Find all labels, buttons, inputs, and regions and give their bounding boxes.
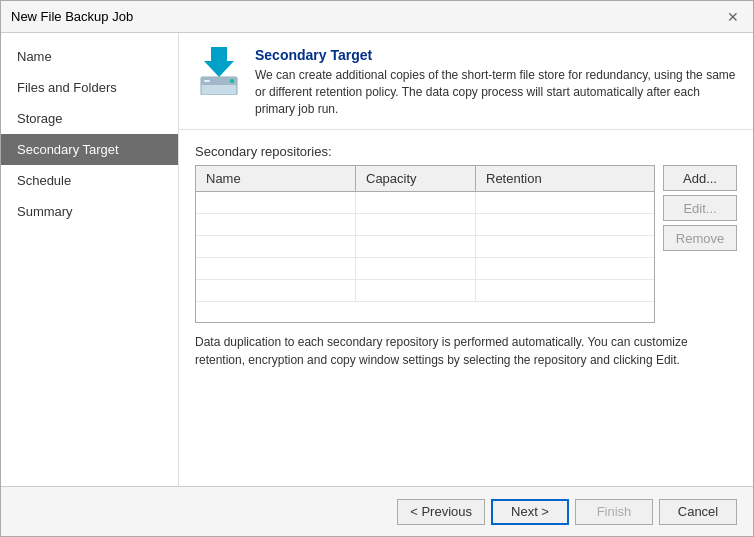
repositories-table: Name Capacity Retention — [195, 165, 655, 323]
table-row — [196, 192, 654, 214]
header-title: Secondary Target — [255, 47, 737, 63]
table-row — [196, 280, 654, 302]
sidebar-item-files-and-folders[interactable]: Files and Folders — [1, 72, 178, 103]
previous-button[interactable]: < Previous — [397, 499, 485, 525]
sidebar-item-storage[interactable]: Storage — [1, 103, 178, 134]
column-header-name: Name — [196, 166, 356, 191]
dialog-title: New File Backup Job — [11, 9, 133, 24]
icon-svg — [198, 47, 240, 95]
remove-button[interactable]: Remove — [663, 225, 737, 251]
section-label: Secondary repositories: — [195, 144, 737, 159]
column-header-retention: Retention — [476, 166, 654, 191]
finish-button[interactable]: Finish — [575, 499, 653, 525]
svg-rect-3 — [204, 80, 210, 82]
content-area: Name Files and Folders Storage Secondary… — [1, 33, 753, 486]
table-header: Name Capacity Retention — [196, 166, 654, 192]
header-text: Secondary Target We can create additiona… — [255, 47, 737, 117]
svg-point-4 — [230, 79, 234, 83]
close-button[interactable]: ✕ — [723, 7, 743, 27]
footer: < Previous Next > Finish Cancel — [1, 486, 753, 536]
next-button[interactable]: Next > — [491, 499, 569, 525]
title-bar: New File Backup Job ✕ — [1, 1, 753, 33]
header-section: Secondary Target We can create additiona… — [179, 33, 753, 130]
sidebar-item-schedule[interactable]: Schedule — [1, 165, 178, 196]
sidebar: Name Files and Folders Storage Secondary… — [1, 33, 179, 486]
sidebar-item-secondary-target[interactable]: Secondary Target — [1, 134, 178, 165]
table-row — [196, 214, 654, 236]
info-text: Data duplication to each secondary repos… — [195, 333, 737, 369]
table-row — [196, 236, 654, 258]
table-body — [196, 192, 654, 322]
main-content: Secondary Target We can create additiona… — [179, 33, 753, 486]
dialog: New File Backup Job ✕ Name Files and Fol… — [0, 0, 754, 537]
svg-marker-0 — [204, 47, 234, 77]
edit-button[interactable]: Edit... — [663, 195, 737, 221]
table-area: Name Capacity Retention — [195, 165, 737, 323]
add-button[interactable]: Add... — [663, 165, 737, 191]
column-header-capacity: Capacity — [356, 166, 476, 191]
table-row — [196, 258, 654, 280]
secondary-target-icon — [195, 47, 243, 95]
sidebar-item-summary[interactable]: Summary — [1, 196, 178, 227]
header-description: We can create additional copies of the s… — [255, 67, 737, 117]
side-buttons: Add... Edit... Remove — [663, 165, 737, 323]
body-section: Secondary repositories: Name Capacity Re… — [179, 130, 753, 486]
sidebar-item-name[interactable]: Name — [1, 41, 178, 72]
cancel-button[interactable]: Cancel — [659, 499, 737, 525]
